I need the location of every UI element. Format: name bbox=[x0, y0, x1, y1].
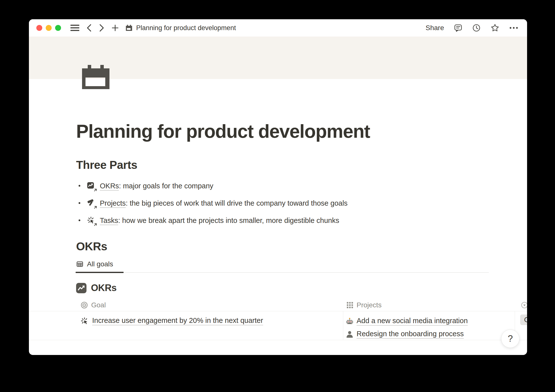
bullet-rest: : major goals for the company bbox=[119, 182, 213, 190]
new-tab-icon[interactable] bbox=[111, 24, 119, 32]
bullet-rest: : how we break apart the projects into s… bbox=[118, 216, 339, 224]
traffic-lights bbox=[36, 25, 61, 31]
toolbar: Planning for product development Share bbox=[29, 19, 527, 37]
hammer-page-icon bbox=[87, 199, 95, 207]
status-badge[interactable]: O bbox=[520, 314, 527, 325]
tabs-divider-line bbox=[76, 272, 489, 273]
comments-icon[interactable] bbox=[454, 24, 462, 32]
back-icon[interactable] bbox=[86, 24, 92, 32]
favorite-icon[interactable] bbox=[491, 23, 499, 32]
minimize-window-button[interactable] bbox=[46, 25, 52, 31]
project-relation-item: Add a new social media integration bbox=[346, 316, 468, 326]
page-link-arrow-icon bbox=[93, 223, 97, 227]
goal-page-link[interactable]: Increase user engagement by 20% in the n… bbox=[92, 316, 263, 325]
robot-emoji bbox=[346, 317, 353, 325]
table-view-icon bbox=[76, 260, 84, 268]
calendar-icon bbox=[125, 24, 133, 32]
column-header-label: Projects bbox=[357, 301, 382, 309]
tab-all-goals[interactable]: All goals bbox=[87, 260, 113, 268]
toolbar-right: Share bbox=[426, 23, 518, 32]
bullet-marker bbox=[79, 202, 80, 204]
hidden-columns-toggle-icon[interactable] bbox=[521, 302, 527, 308]
status-cell[interactable]: O bbox=[520, 314, 527, 325]
target-icon bbox=[81, 301, 88, 309]
okrs-heading[interactable]: OKRs bbox=[76, 240, 527, 253]
okrs-page-link[interactable]: OKRs bbox=[100, 182, 119, 191]
forward-icon[interactable] bbox=[99, 24, 105, 32]
goal-cell: Increase user engagement by 20% in the n… bbox=[81, 316, 263, 325]
share-button[interactable]: Share bbox=[426, 24, 444, 32]
column-divider bbox=[343, 311, 343, 340]
chart-page-icon bbox=[87, 182, 95, 190]
three-parts-list: OKRs: major goals for the company Projec… bbox=[76, 178, 527, 228]
click-page-icon bbox=[87, 216, 95, 225]
list-item: Projects: the big pieces of work that wi… bbox=[76, 196, 527, 211]
bullet-text: OKRs: major goals for the company bbox=[100, 180, 213, 191]
projects-page-link[interactable]: Projects bbox=[100, 199, 126, 208]
page-calendar-icon[interactable] bbox=[81, 62, 110, 90]
bullet-text: Tasks: how we break apart the projects i… bbox=[100, 215, 339, 226]
page-link-arrow-icon bbox=[93, 188, 97, 192]
chart-db-icon bbox=[76, 283, 86, 293]
table-row: Increase user engagement by 20% in the n… bbox=[29, 311, 527, 340]
database-view-tabs: All goals bbox=[76, 259, 527, 270]
help-button[interactable]: ? bbox=[501, 330, 519, 348]
notion-window: Planning for product development Share P… bbox=[29, 19, 527, 355]
bullet-marker bbox=[79, 219, 80, 221]
bullet-marker bbox=[79, 185, 80, 187]
page-title[interactable]: Planning for product development bbox=[76, 120, 527, 142]
column-header-label: Goal bbox=[91, 301, 106, 309]
close-window-button[interactable] bbox=[36, 25, 42, 31]
list-item: Tasks: how we break apart the projects i… bbox=[76, 213, 527, 228]
project-relation-item: Redesign the onboarding process bbox=[346, 329, 468, 339]
bullet-rest: : the big pieces of work that will drive… bbox=[126, 199, 348, 207]
table-header-row: Goal Projects bbox=[29, 299, 527, 311]
page-link-arrow-icon bbox=[93, 205, 97, 209]
projects-cell: Add a new social media integration Redes… bbox=[346, 316, 468, 339]
list-item: OKRs: major goals for the company bbox=[76, 178, 527, 193]
tasks-page-link[interactable]: Tasks bbox=[100, 216, 118, 225]
tabs-divider bbox=[76, 272, 527, 273]
history-icon[interactable] bbox=[472, 24, 481, 32]
active-tab-underline bbox=[76, 272, 124, 273]
database-title-row: OKRs bbox=[76, 283, 527, 293]
three-parts-heading[interactable]: Three Parts bbox=[76, 158, 527, 172]
bullet-text: Projects: the big pieces of work that wi… bbox=[100, 198, 348, 209]
column-header-goal[interactable]: Goal bbox=[81, 301, 106, 309]
zoom-window-button[interactable] bbox=[55, 25, 61, 31]
column-header-projects[interactable]: Projects bbox=[346, 301, 382, 309]
breadcrumb[interactable]: Planning for product development bbox=[125, 24, 236, 32]
hamburger-icon[interactable] bbox=[70, 25, 79, 31]
more-icon[interactable] bbox=[509, 27, 518, 29]
person-emoji bbox=[346, 331, 353, 338]
database-title[interactable]: OKRs bbox=[91, 283, 117, 293]
toolbar-page-title: Planning for product development bbox=[136, 24, 236, 32]
desktop: { "colors": { "cover": "#f6f3ee", "text"… bbox=[0, 0, 555, 392]
toolbar-left: Planning for product development bbox=[36, 24, 236, 32]
project-page-link[interactable]: Redesign the onboarding process bbox=[357, 330, 464, 339]
click-icon bbox=[81, 317, 88, 325]
grid-icon bbox=[346, 302, 353, 309]
page-content: Planning for product development Three P… bbox=[29, 120, 527, 340]
project-page-link[interactable]: Add a new social media integration bbox=[357, 317, 468, 326]
